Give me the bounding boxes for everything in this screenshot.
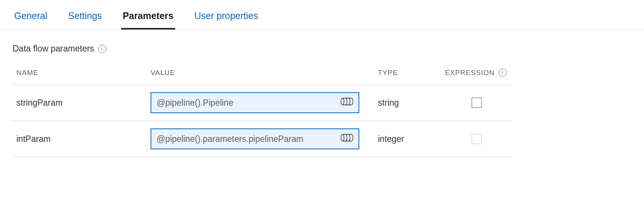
columns-icon[interactable]	[341, 134, 353, 144]
column-header-value: VALUE	[147, 65, 374, 85]
param-type: string	[374, 85, 441, 121]
tab-general[interactable]: General	[13, 7, 49, 29]
section-title-text: Data flow parameters	[13, 44, 94, 54]
svg-point-0	[341, 98, 344, 105]
info-icon[interactable]: i	[499, 69, 507, 77]
tab-parameters[interactable]: Parameters	[121, 7, 175, 29]
table-row: stringParam @pipeline().Pipeline	[13, 85, 512, 121]
tab-bar: General Settings Parameters User propert…	[0, 0, 644, 29]
value-text: @pipeline().parameters.pipelineParam	[157, 134, 303, 144]
expression-checkbox[interactable]	[471, 97, 482, 108]
columns-icon[interactable]	[341, 97, 353, 108]
param-type: integer	[374, 121, 441, 157]
info-icon[interactable]: i	[98, 45, 106, 53]
value-input[interactable]: @pipeline().parameters.pipelineParam	[151, 128, 359, 149]
column-header-expression-text: EXPRESSION	[445, 69, 495, 77]
value-input[interactable]: @pipeline().Pipeline	[151, 92, 359, 113]
value-text: @pipeline().Pipeline	[157, 98, 233, 108]
column-header-type: TYPE	[374, 65, 441, 85]
table-row: intParam @pipeline().parameters.pipeline…	[13, 121, 512, 157]
parameters-table: NAME VALUE TYPE EXPRESSION i stringParam…	[13, 65, 512, 157]
column-header-expression: EXPRESSION i	[441, 65, 512, 85]
section-title: Data flow parameters i	[13, 44, 631, 54]
tab-user-properties[interactable]: User properties	[193, 7, 260, 29]
tab-settings[interactable]: Settings	[67, 7, 103, 29]
column-header-name: NAME	[13, 65, 147, 85]
param-name: intParam	[13, 121, 147, 157]
expression-checkbox	[471, 134, 482, 144]
svg-point-1	[341, 134, 344, 141]
param-name: stringParam	[13, 85, 147, 121]
